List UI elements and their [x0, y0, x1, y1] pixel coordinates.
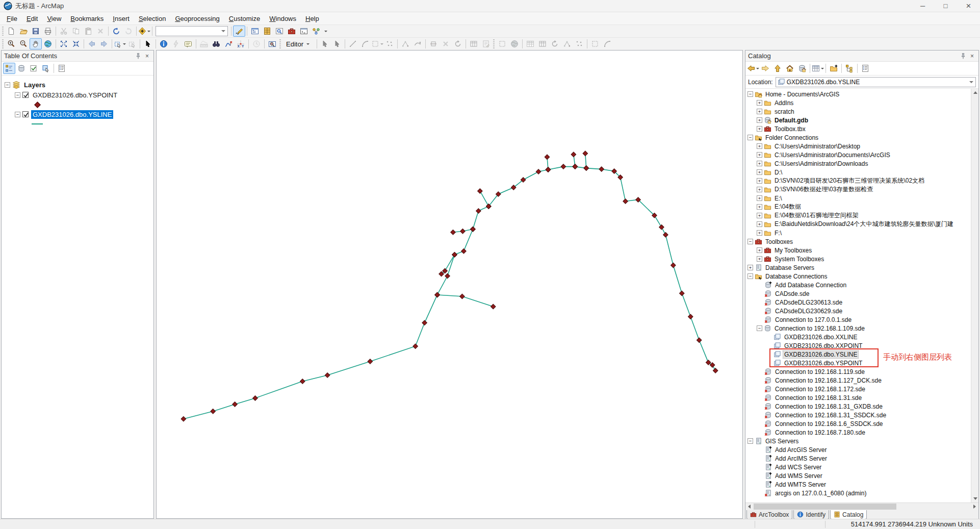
- fix-topology-tool[interactable]: [549, 38, 561, 49]
- collapse-icon[interactable]: −: [747, 273, 753, 279]
- map-topology-button[interactable]: [524, 38, 536, 49]
- tab-catalog[interactable]: Catalog: [830, 510, 867, 519]
- catalog-item-f[interactable]: +F:\: [745, 229, 978, 237]
- hyperlink-tool[interactable]: [170, 38, 182, 49]
- catalog-item-connection-to-192-168-1-119-sde[interactable]: Connection to 192.168.1.119.sde: [745, 367, 978, 376]
- catalog-item-connection-to-192-168-1-6-ssdck-sde[interactable]: Connection to 192.168.1.6_SSDCK.sde: [745, 419, 978, 428]
- list-by-drawing-order-button[interactable]: [3, 63, 15, 74]
- endpoint-arc-tool[interactable]: [359, 38, 371, 49]
- find-route-button[interactable]: [222, 38, 235, 49]
- find-tool[interactable]: [210, 38, 222, 49]
- identify-tool[interactable]: [158, 38, 170, 49]
- expand-icon[interactable]: +: [757, 152, 762, 158]
- catalog-item-connection-to-192-168-1-31-ssdck-sde[interactable]: Connection to 192.168.1.31_SSDCK.sde: [745, 411, 978, 419]
- toc-layer-label[interactable]: GXDB231026.dbo.YSPOINT: [31, 91, 119, 99]
- ysline-feature[interactable]: [184, 167, 715, 419]
- expand-icon[interactable]: +: [757, 204, 762, 210]
- expand-icon[interactable]: +: [757, 126, 762, 132]
- menu-selection[interactable]: Selection: [134, 13, 170, 24]
- toc-item-ysline[interactable]: − GXDB231026.dbo.YSLINE: [5, 109, 153, 119]
- yspoint-feature[interactable]: [422, 320, 427, 325]
- yspoint-feature[interactable]: [599, 167, 604, 172]
- expand-icon[interactable]: +: [757, 178, 762, 184]
- edit-tool[interactable]: [319, 38, 331, 49]
- catalog-item-add-database-connection[interactable]: Add Database Connection: [745, 281, 978, 289]
- yspoint-feature[interactable]: [471, 226, 476, 232]
- catalog-item-connection-to-192-168-1-31-gxdb-sde[interactable]: Connection to 192.168.1.31_GXDB.sde: [745, 402, 978, 411]
- edit-annotation-tool[interactable]: [331, 38, 343, 49]
- catalog-item-cadsdedlg230629-sde[interactable]: CADsdeDLG230629.sde: [745, 307, 978, 315]
- scroll-left-icon[interactable]: [745, 503, 753, 510]
- collapse-icon[interactable]: −: [5, 82, 10, 88]
- yspoint-feature[interactable]: [451, 230, 456, 235]
- yspoint-feature[interactable]: [680, 291, 685, 296]
- trace-tool[interactable]: [371, 38, 383, 49]
- add-data-button[interactable]: [138, 26, 150, 37]
- expand-icon[interactable]: +: [757, 161, 762, 166]
- yspoint-feature[interactable]: [300, 379, 305, 384]
- yspoint-feature[interactable]: [697, 338, 702, 343]
- catalog-item-gis-servers[interactable]: −GIS Servers: [745, 437, 978, 445]
- toc-item-yspoint[interactable]: − GXDB231026.dbo.YSPOINT: [5, 90, 153, 100]
- toc-layer-label-selected[interactable]: GXDB231026.dbo.YSLINE: [31, 110, 113, 119]
- catalog-item-cadsde-sde[interactable]: CADsde.sde: [745, 289, 978, 298]
- point-tool[interactable]: [383, 38, 396, 49]
- viewer-window-tool[interactable]: [266, 38, 278, 49]
- minimize-button[interactable]: ─: [911, 0, 934, 12]
- catalog-item-gxdb231026-dbo-ysline[interactable]: GXDB231026.dbo.YSLINE: [745, 350, 978, 359]
- yspoint-feature[interactable]: [713, 368, 718, 373]
- yspoint-feature[interactable]: [545, 155, 550, 160]
- arctoolbox-window-button[interactable]: [286, 26, 298, 37]
- yspoint-feature[interactable]: [573, 164, 578, 169]
- yspoint-feature[interactable]: [181, 417, 186, 422]
- close-button[interactable]: ×: [957, 0, 980, 12]
- ysline-branch[interactable]: [480, 191, 488, 206]
- scroll-down-icon[interactable]: [971, 495, 978, 502]
- python-window-button[interactable]: [298, 26, 310, 37]
- yspoint-feature[interactable]: [435, 292, 440, 297]
- expand-icon[interactable]: +: [757, 100, 762, 106]
- time-slider-button[interactable]: [250, 38, 263, 49]
- yspoint-feature[interactable]: [452, 252, 457, 257]
- scroll-right-icon[interactable]: [971, 503, 978, 510]
- yspoint-feature[interactable]: [476, 209, 481, 214]
- fixed-zoom-out-button[interactable]: [70, 38, 82, 49]
- catalog-item-e-04-01[interactable]: +E:\04数据\01石狮地理空间框架: [745, 211, 978, 220]
- cut-polygons-tool[interactable]: [427, 38, 440, 49]
- menu-bookmarks[interactable]: Bookmarks: [66, 13, 108, 24]
- sketch-properties-button[interactable]: [480, 38, 492, 49]
- toc-item-layers[interactable]: − Layers: [5, 80, 153, 90]
- yspoint-feature[interactable]: [688, 314, 693, 319]
- default-geodatabase-button[interactable]: [796, 63, 808, 74]
- html-popup-tool[interactable]: [182, 38, 194, 49]
- yspoint-feature[interactable]: [583, 151, 588, 156]
- catalog-item-connection-to-192-168-1-127-dck-sde[interactable]: Connection to 192.168.1.127_DCK.sde: [745, 376, 978, 385]
- map-view[interactable]: [156, 50, 743, 519]
- back-extent-button[interactable]: [86, 38, 98, 49]
- paste-button[interactable]: [82, 26, 94, 37]
- menu-help[interactable]: Help: [301, 13, 324, 24]
- clear-selected-features-button[interactable]: [126, 38, 138, 49]
- catalog-item-addins[interactable]: +AddIns: [745, 98, 978, 107]
- catalog-item-system-toolboxes[interactable]: +System Toolboxes: [745, 255, 978, 263]
- delete-button[interactable]: [94, 26, 107, 37]
- shared-features-button[interactable]: [573, 38, 585, 49]
- collapse-icon[interactable]: −: [747, 135, 753, 140]
- reshape-feature-tool[interactable]: [411, 38, 424, 49]
- catalog-window-button[interactable]: [261, 26, 273, 37]
- zoom-out-tool[interactable]: [17, 38, 30, 49]
- catalog-item-d-svn-06-03[interactable]: +D:\SVN\06数据处理\03存量数据检查: [745, 185, 978, 194]
- menu-view[interactable]: View: [42, 13, 66, 24]
- expand-icon[interactable]: +: [757, 256, 762, 262]
- catalog-item-add-wms-server[interactable]: Add WMS Server: [745, 471, 978, 480]
- new-map-button[interactable]: [5, 26, 17, 37]
- expand-icon[interactable]: +: [757, 247, 762, 253]
- scrollbar-thumb[interactable]: [754, 503, 896, 510]
- catalog-item-add-arcims-server[interactable]: Add ArcIMS Server: [745, 454, 978, 463]
- catalog-item-cadsdedlg230613-sde[interactable]: CADsdeDLG230613.sde: [745, 298, 978, 307]
- yspoint-feature[interactable]: [460, 229, 466, 234]
- attributes-button[interactable]: [468, 38, 480, 49]
- catalog-item-toolbox-tbx[interactable]: +Toolbox.tbx: [745, 124, 978, 133]
- home-folder-button[interactable]: [784, 63, 796, 74]
- yspoint-feature[interactable]: [445, 273, 450, 279]
